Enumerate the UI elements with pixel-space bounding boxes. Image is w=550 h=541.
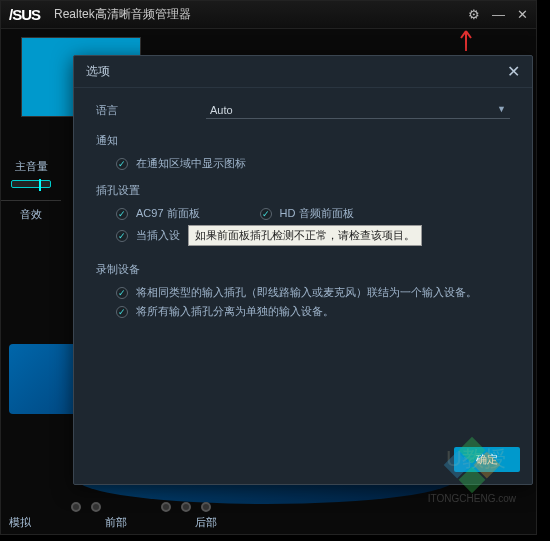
minimize-icon[interactable]: — [492, 7, 505, 22]
titlebar: /SUS Realtek高清晰音频管理器 ⚙ — ✕ [1, 1, 536, 29]
annotation-arrow-icon [456, 29, 476, 55]
jack-dot[interactable] [91, 502, 101, 512]
when-plug-checkbox[interactable] [116, 230, 128, 242]
record-merge-label: 将相同类型的输入插孔（即线路输入或麦克风）联结为一个输入设备。 [136, 285, 477, 300]
record-split-label: 将所有输入插孔分离为单独的输入设备。 [136, 304, 334, 319]
window-title: Realtek高清晰音频管理器 [54, 6, 468, 23]
tab-effect[interactable]: 音效 [1, 200, 61, 228]
watermark-url: ITONGCHENG.cow [428, 493, 516, 504]
jack-dot[interactable] [71, 502, 81, 512]
ac97-label: AC97 前面板 [136, 206, 200, 221]
front-label: 前部 [71, 515, 161, 530]
when-plug-label: 当插入设 [136, 228, 180, 243]
rear-label: 后部 [161, 515, 251, 530]
dialog-close-icon[interactable]: ✕ [507, 62, 520, 81]
options-dialog: 选项 ✕ 语言 Auto ▼ 通知 在通知区域中显示图标 插孔设置 AC97 前… [73, 55, 533, 485]
record-section-label: 录制设备 [96, 262, 510, 277]
notify-checkbox-label: 在通知区域中显示图标 [136, 156, 246, 171]
language-label: 语言 [96, 103, 206, 118]
jack-dot[interactable] [181, 502, 191, 512]
tooltip: 如果前面板插孔检测不正常，请检查该项目。 [188, 225, 422, 246]
record-split-checkbox[interactable] [116, 306, 128, 318]
hd-checkbox[interactable] [260, 208, 272, 220]
jack-dot[interactable] [161, 502, 171, 512]
ac97-checkbox[interactable] [116, 208, 128, 220]
language-select[interactable]: Auto ▼ [206, 102, 510, 119]
close-icon[interactable]: ✕ [517, 7, 528, 22]
volume-slider[interactable] [11, 180, 51, 188]
volume-label: 主音量 [1, 159, 61, 174]
analog-label: 模拟 [9, 515, 31, 530]
asus-logo: /SUS [9, 6, 40, 23]
settings-icon[interactable]: ⚙ [468, 7, 480, 22]
dialog-title: 选项 [86, 63, 110, 80]
chevron-down-icon: ▼ [497, 104, 506, 116]
record-merge-checkbox[interactable] [116, 287, 128, 299]
language-value: Auto [210, 104, 233, 116]
jack-dot[interactable] [201, 502, 211, 512]
main-window: /SUS Realtek高清晰音频管理器 ⚙ — ✕ 主音量 音效 + + 模拟… [0, 0, 537, 535]
jack-section-label: 插孔设置 [96, 183, 510, 198]
watermark-brand: U教授 [446, 444, 506, 474]
hd-label: HD 音频前面板 [280, 206, 354, 221]
notify-section-label: 通知 [96, 133, 510, 148]
notify-checkbox[interactable] [116, 158, 128, 170]
